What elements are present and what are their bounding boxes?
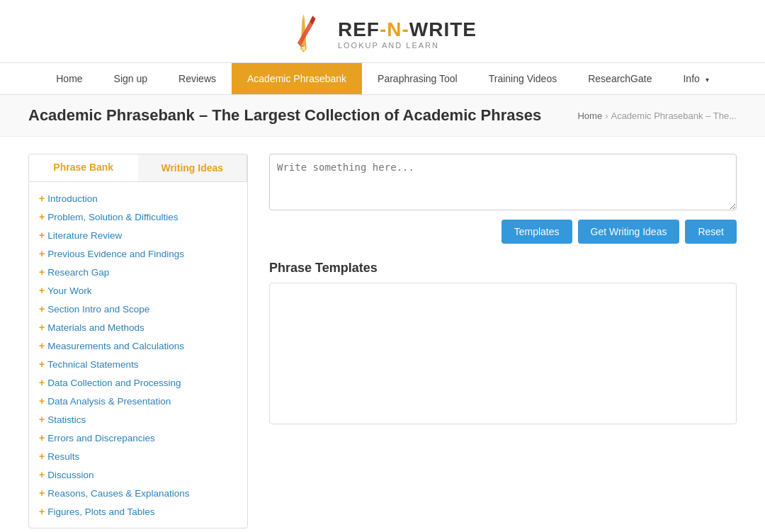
- link-figures[interactable]: + Figures, Plots and Tables: [39, 506, 237, 517]
- nav-link-reviews[interactable]: Reviews: [163, 63, 232, 94]
- list-item: + Technical Statements: [39, 355, 237, 373]
- nav-link-home[interactable]: Home: [40, 63, 98, 94]
- phrase-templates-section: Phrase Templates: [269, 261, 737, 424]
- logo-container: REF-N-WRITE LOOKUP AND LEARN: [288, 13, 477, 55]
- nav-link-paraphrasing[interactable]: Paraphrasing Tool: [362, 63, 473, 94]
- link-section-intro[interactable]: + Section Intro and Scope: [39, 303, 237, 315]
- page-title: Academic Phrasebank – The Largest Collec…: [28, 106, 541, 125]
- tab-writing-ideas[interactable]: Writing Ideas: [138, 154, 248, 181]
- sidebar: Phrase Bank Writing Ideas + Introduction…: [28, 154, 248, 528]
- list-item: + Materials and Methods: [39, 318, 237, 336]
- phrase-templates-title: Phrase Templates: [269, 261, 737, 276]
- link-statistics[interactable]: + Statistics: [39, 414, 237, 425]
- list-item: + Discussion: [39, 465, 237, 484]
- logo-tagline: LOOKUP AND LEARN: [338, 41, 477, 50]
- main-nav: Home Sign up Reviews Academic Phrasebank…: [0, 62, 765, 95]
- nav-link-signup[interactable]: Sign up: [98, 63, 163, 94]
- nav-link-training[interactable]: Training Videos: [473, 63, 573, 94]
- logo-brand: REF-N-WRITE: [338, 18, 477, 41]
- breadcrumb-current: Academic Phrasebank – The...: [611, 111, 737, 121]
- breadcrumb-sep: ›: [605, 111, 608, 121]
- nav-link-info[interactable]: Info ▾: [667, 63, 724, 94]
- nav-item-training[interactable]: Training Videos: [473, 63, 573, 94]
- list-item: + Measurements and Calculations: [39, 336, 237, 355]
- page-title-bar: Academic Phrasebank – The Largest Collec…: [0, 95, 765, 137]
- link-research-gap[interactable]: + Research Gap: [39, 266, 237, 278]
- action-buttons: Templates Get Writing Ideas Reset: [269, 220, 737, 244]
- list-item: + Data Analysis & Presentation: [39, 392, 237, 410]
- link-results[interactable]: + Results: [39, 451, 237, 462]
- list-item: + Data Collection and Processing: [39, 373, 237, 392]
- nav-link-phrasebank[interactable]: Academic Phrasebank: [232, 63, 362, 94]
- logo-text: REF-N-WRITE LOOKUP AND LEARN: [338, 18, 477, 50]
- list-item: + Problem, Solution & Difficulties: [39, 208, 237, 226]
- breadcrumb: Home › Academic Phrasebank – The...: [577, 111, 737, 121]
- nav-item-phrasebank[interactable]: Academic Phrasebank: [232, 63, 362, 94]
- templates-button[interactable]: Templates: [502, 220, 572, 244]
- svg-marker-1: [302, 14, 305, 19]
- list-item: + Figures, Plots and Tables: [39, 502, 237, 521]
- link-previous-evidence[interactable]: + Previous Evidence and Findings: [39, 248, 237, 259]
- site-header: REF-N-WRITE LOOKUP AND LEARN: [0, 0, 765, 62]
- link-data-collection[interactable]: + Data Collection and Processing: [39, 377, 237, 388]
- link-introduction[interactable]: + Introduction: [39, 193, 237, 204]
- nav-item-paraphrasing[interactable]: Paraphrasing Tool: [362, 63, 473, 94]
- nav-item-home[interactable]: Home: [40, 63, 98, 94]
- nav-item-signup[interactable]: Sign up: [98, 63, 163, 94]
- main-content: Phrase Bank Writing Ideas + Introduction…: [0, 137, 765, 532]
- list-item: + Results: [39, 447, 237, 465]
- tab-phrase-bank[interactable]: Phrase Bank: [29, 154, 138, 181]
- link-discussion[interactable]: + Discussion: [39, 469, 237, 480]
- list-item: + Section Intro and Scope: [39, 300, 237, 318]
- list-item: + Errors and Discrepancies: [39, 429, 237, 447]
- get-writing-ideas-button[interactable]: Get Writing Ideas: [578, 220, 680, 244]
- breadcrumb-home[interactable]: Home: [577, 111, 602, 121]
- write-input[interactable]: [269, 154, 737, 210]
- list-item: + Reasons, Causes & Explanations: [39, 484, 237, 502]
- list-item: + Research Gap: [39, 263, 237, 281]
- link-data-analysis[interactable]: + Data Analysis & Presentation: [39, 395, 237, 407]
- logo-icon: [288, 13, 331, 55]
- link-materials[interactable]: + Materials and Methods: [39, 322, 237, 333]
- list-item: + Introduction: [39, 189, 237, 208]
- reset-button[interactable]: Reset: [685, 220, 737, 244]
- nav-item-reviews[interactable]: Reviews: [163, 63, 232, 94]
- link-errors[interactable]: + Errors and Discrepancies: [39, 432, 237, 443]
- link-your-work[interactable]: + Your Work: [39, 285, 237, 296]
- link-problem[interactable]: + Problem, Solution & Difficulties: [39, 211, 237, 222]
- nav-item-info[interactable]: Info ▾: [667, 63, 724, 94]
- nav-link-researchgate[interactable]: ResearchGate: [572, 63, 667, 94]
- svg-rect-2: [302, 46, 305, 50]
- info-dropdown-arrow: ▾: [706, 76, 709, 84]
- list-item: + Literature Review: [39, 226, 237, 244]
- link-technical[interactable]: + Technical Statements: [39, 358, 237, 370]
- nav-item-researchgate[interactable]: ResearchGate: [572, 63, 667, 94]
- phrase-templates-box: [269, 283, 737, 424]
- list-item: + Statistics: [39, 410, 237, 429]
- link-literature[interactable]: + Literature Review: [39, 230, 237, 241]
- sidebar-list: + Introduction + Problem, Solution & Dif…: [28, 181, 248, 528]
- link-reasons[interactable]: + Reasons, Causes & Explanations: [39, 487, 237, 499]
- list-item: + Your Work: [39, 281, 237, 300]
- tab-bar: Phrase Bank Writing Ideas: [28, 154, 248, 181]
- list-item: + Previous Evidence and Findings: [39, 244, 237, 263]
- link-measurements[interactable]: + Measurements and Calculations: [39, 340, 237, 351]
- right-content: Templates Get Writing Ideas Reset Phrase…: [269, 154, 737, 528]
